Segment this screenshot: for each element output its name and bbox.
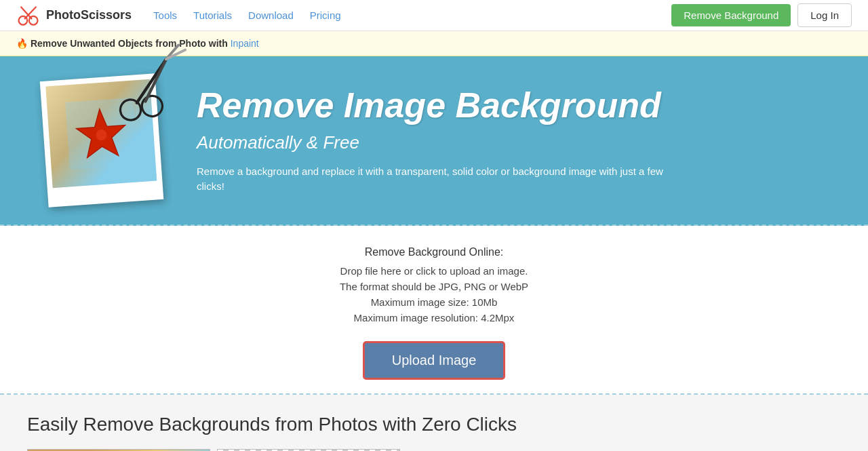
scissors-decoration-icon	[98, 33, 208, 142]
svg-point-5	[140, 94, 164, 118]
upload-image-button[interactable]: Upload Image	[363, 341, 506, 380]
upload-line4: Maximum image size: 10Mb	[14, 296, 854, 308]
navbar: PhotoScissors Tools Tutorials Download P…	[0, 0, 868, 31]
hero-image-area	[27, 77, 176, 203]
upload-line1: Remove Background Online:	[14, 246, 854, 258]
hero-description: Remove a background and replace it with …	[197, 164, 671, 195]
svg-line-7	[139, 59, 173, 101]
upload-line3: The format should be JPG, PNG or WebP	[14, 281, 854, 292]
nav-link-pricing[interactable]: Pricing	[310, 9, 341, 21]
remove-background-button[interactable]: Remove Background	[671, 4, 791, 26]
hero-section: Remove Image Background Automatically & …	[0, 56, 868, 226]
nav-links: Tools Tutorials Download Pricing	[153, 9, 671, 21]
nav-link-tutorials[interactable]: Tutorials	[193, 9, 232, 21]
hero-title: Remove Image Background	[197, 86, 671, 125]
lower-title: Easily Remove Backgrounds from Photos wi…	[27, 414, 841, 435]
nav-right: Remove Background Log In	[671, 3, 852, 27]
logo-link[interactable]: PhotoScissors	[16, 3, 132, 28]
svg-line-9	[165, 50, 186, 59]
fire-emoji: 🔥	[16, 38, 28, 49]
upload-line2: Drop file here or click to upload an ima…	[14, 265, 854, 277]
lower-section: Easily Remove Backgrounds from Photos wi…	[0, 395, 868, 451]
nav-link-download[interactable]: Download	[248, 9, 294, 21]
hero-content: Remove Image Background Automatically & …	[197, 86, 671, 194]
login-button[interactable]: Log In	[797, 3, 852, 27]
logo-text: PhotoScissors	[46, 8, 132, 22]
upload-section: Remove Background Online: Drop file here…	[0, 226, 868, 395]
logo-icon	[16, 3, 41, 28]
hero-subtitle: Automatically & Free	[197, 132, 671, 153]
inpaint-link[interactable]: Inpaint	[231, 38, 259, 49]
upload-line5: Maximum image resolution: 4.2Mpx	[14, 312, 854, 323]
nav-link-tools[interactable]: Tools	[153, 9, 177, 21]
